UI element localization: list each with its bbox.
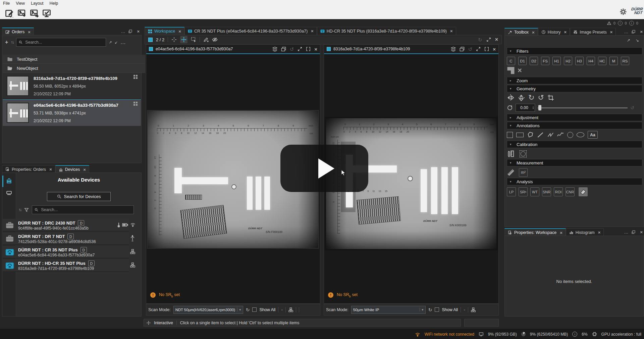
- folder-row-testobject[interactable]: TestObject: [3, 55, 145, 64]
- close-icon[interactable]: ×: [640, 29, 643, 34]
- scan-mode-select[interactable]: NDT 50µm(HV620,laser6,rpm3000) ▾: [173, 306, 243, 314]
- refresh-icon[interactable]: ↻: [428, 307, 432, 312]
- annotation-rectangle-icon[interactable]: [516, 133, 524, 137]
- tab-toolbox[interactable]: Toolbox ×: [504, 28, 538, 36]
- rotation-input[interactable]: 0.00 ▴▾: [516, 104, 535, 112]
- close-icon[interactable]: ×: [137, 29, 140, 34]
- fullscreen-icon[interactable]: [484, 47, 489, 51]
- filter-m-button[interactable]: M: [609, 57, 618, 65]
- close-icon[interactable]: ×: [640, 230, 643, 235]
- annotation-text-icon[interactable]: Aa: [588, 131, 598, 139]
- tab-histogram[interactable]: Histogram ×: [566, 228, 604, 236]
- filter-rs-button[interactable]: RS: [621, 57, 629, 65]
- custom-filter-icon[interactable]: [507, 66, 515, 75]
- menu-file[interactable]: File: [0, 0, 13, 6]
- close-icon[interactable]: ×: [49, 167, 52, 172]
- annotation-pencil-icon[interactable]: [203, 37, 209, 42]
- close-icon[interactable]: ×: [311, 29, 314, 34]
- analysis-lp-button[interactable]: LP: [507, 187, 516, 196]
- video-play-button[interactable]: [280, 145, 368, 192]
- close-icon[interactable]: ×: [83, 167, 86, 172]
- float-panel-icon[interactable]: [632, 30, 635, 34]
- add-order-icon[interactable]: +: [5, 40, 8, 45]
- filter-d1-button[interactable]: D1: [518, 57, 527, 65]
- scanner-devices-tab-icon[interactable]: [6, 177, 12, 184]
- filter-h1-button[interactable]: H1: [552, 57, 561, 65]
- info-circle-icon[interactable]: i: [572, 332, 577, 337]
- collapse-all-icon[interactable]: ↙: [115, 41, 118, 44]
- close-icon[interactable]: ×: [598, 230, 601, 235]
- tab-hdcr35[interactable]: HD-CR 35 NDT Plus (8316a3e8-7d1a-4720-8f…: [317, 27, 456, 35]
- show-all-checkbox[interactable]: [435, 307, 439, 312]
- annotation-circle-icon[interactable]: [567, 132, 573, 138]
- reset-rotation-icon[interactable]: ↺: [630, 105, 634, 110]
- device-row[interactable]: DÜRR NDT : HD-CR 35 NDT PlusD 8316a3e8-7…: [3, 259, 129, 272]
- annotation-polygon-icon[interactable]: [527, 132, 534, 138]
- layout-indicator-icon[interactable]: [148, 38, 153, 42]
- orders-search-input[interactable]: [24, 40, 103, 45]
- close-icon[interactable]: ×: [610, 30, 613, 35]
- show-all-checkbox[interactable]: [252, 307, 257, 312]
- devices-search-input[interactable]: [40, 207, 131, 212]
- sort-icon[interactable]: ↑↓: [11, 40, 13, 44]
- rect-select-tool-icon[interactable]: [191, 37, 196, 42]
- filter-c-button[interactable]: C: [507, 57, 515, 65]
- flip-horizontal-icon[interactable]: [507, 94, 514, 101]
- copy-image-icon[interactable]: [281, 47, 286, 52]
- analysis-wt-button[interactable]: WT: [530, 187, 539, 196]
- expand-icon[interactable]: [298, 47, 302, 51]
- new-order-icon[interactable]: [5, 8, 14, 18]
- annotation-line-icon[interactable]: [537, 132, 544, 138]
- tab-cr35[interactable]: CR 35 NDT Plus (e04ac5e6-6c84-4196-8a33-…: [184, 27, 317, 35]
- tab-devices[interactable]: Devices ×: [55, 165, 89, 173]
- tab-history[interactable]: History ×: [538, 28, 570, 36]
- filter-h4-button[interactable]: H4: [587, 57, 595, 65]
- spinner-arrows[interactable]: ▴▾: [533, 106, 535, 109]
- filter-hc-button[interactable]: HC: [598, 57, 606, 65]
- filter-h2-button[interactable]: H2: [564, 57, 572, 65]
- close-icon[interactable]: ×: [314, 47, 317, 52]
- expand-all-icon[interactable]: ↗: [109, 41, 112, 44]
- flip-vertical-icon[interactable]: [518, 94, 525, 101]
- import-image-icon[interactable]: [17, 8, 26, 18]
- more-icon[interactable]: …: [624, 230, 628, 235]
- area-measure-button[interactable]: m²: [519, 168, 528, 177]
- sync-views-icon[interactable]: ↻: [478, 37, 482, 42]
- rotate-icon[interactable]: ↺: [468, 47, 473, 52]
- minimize-panel-icon[interactable]: ↘: [636, 38, 639, 42]
- analysis-roi-button[interactable]: ROI: [554, 187, 563, 196]
- section-filters[interactable]: ▾ Filters: [507, 47, 642, 55]
- tab-orders[interactable]: Orders ×: [2, 28, 34, 36]
- move-tool-icon[interactable]: [180, 36, 187, 43]
- annotation-polyline-icon[interactable]: [547, 132, 554, 138]
- section-adjustment[interactable]: ▸ Adjustment: [507, 114, 642, 121]
- network-icon[interactable]: [471, 307, 476, 312]
- section-annotations[interactable]: ▾ Annotations: [507, 122, 642, 129]
- annotation-curve-icon[interactable]: [557, 132, 564, 138]
- device-row[interactable]: DÜRR NDT : DRC 2430 NDTD 9c4ff8fe-aeaf-4…: [3, 219, 129, 232]
- filter-d2-button[interactable]: D2: [530, 57, 538, 65]
- annotation-square-icon[interactable]: [507, 132, 513, 138]
- close-icon[interactable]: ×: [28, 30, 31, 35]
- roundness-calibration-icon[interactable]: [520, 150, 527, 157]
- close-icon[interactable]: ×: [493, 47, 496, 52]
- analysis-wedge-icon[interactable]: [579, 187, 588, 196]
- close-icon[interactable]: ×: [450, 29, 453, 34]
- viewer-select-icon[interactable]: [149, 47, 153, 51]
- folder-row-newobject[interactable]: NewObject: [3, 64, 145, 73]
- sort-icon[interactable]: ↑↓: [18, 208, 21, 212]
- maximize-panel-icon[interactable]: ↗: [627, 38, 630, 42]
- copy-image-icon[interactable]: [460, 47, 465, 52]
- detector-devices-tab-icon[interactable]: [6, 189, 12, 196]
- more-icon[interactable]: …: [624, 29, 628, 34]
- analysis-snr-button[interactable]: SNR: [542, 187, 551, 196]
- section-geometry[interactable]: ▾ Geometry: [507, 85, 642, 92]
- close-icon[interactable]: ×: [178, 29, 181, 34]
- menu-view[interactable]: View: [13, 0, 28, 6]
- close-icon[interactable]: ×: [532, 30, 535, 35]
- rotate-cw-icon[interactable]: ↻: [528, 94, 534, 101]
- filter-fs-button[interactable]: FS: [541, 57, 549, 65]
- settings-gear-icon[interactable]: [620, 8, 627, 15]
- device-row[interactable]: DÜRR NDT : CR 35 NDT PlusD e04ac5e6-6c84…: [3, 246, 129, 258]
- viewer-select-icon[interactable]: [327, 47, 331, 51]
